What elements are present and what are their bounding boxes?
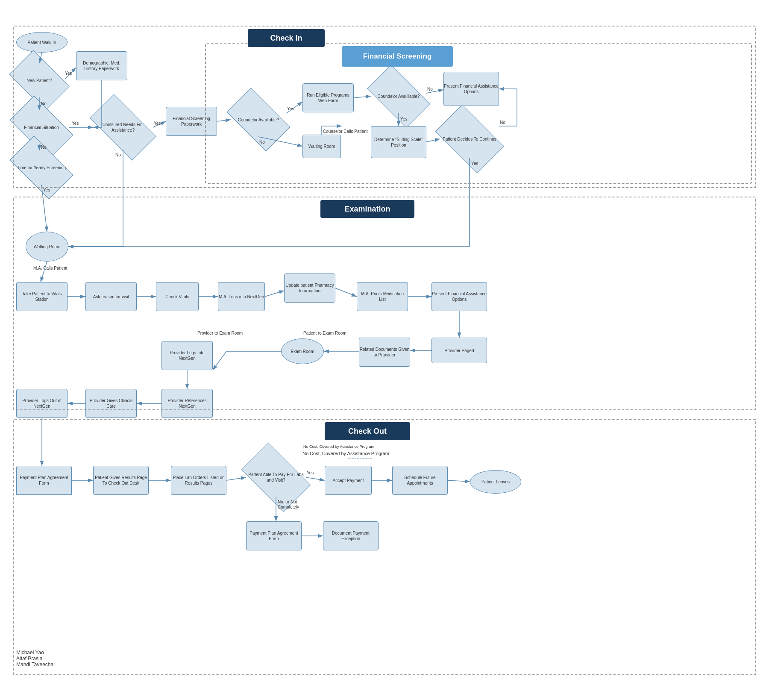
counselor-available2-text: Coundelor Availllable? (376, 92, 422, 101)
patient-gives-text: Patient Gives Results Page To Check Out … (94, 475, 148, 486)
checkin-header: Check In (248, 29, 325, 47)
patient-walkin-text: Patient Walk In (28, 40, 56, 45)
run-eligible-text: Run Eligible Programs Web Form (303, 92, 353, 103)
patient-leaves-text: Patient Leaves (481, 479, 510, 485)
take-patient-text: Take Patient to Vitals Station (17, 291, 67, 302)
uninsured-text: Uninsured Needs Fin. Assistance? (93, 120, 153, 135)
provider-logs-nextgen-text: Provider Logs Into NextGen (162, 350, 212, 361)
waiting-room1-text: Waiting Room (308, 144, 335, 149)
financial-section-border (205, 43, 752, 184)
financial-label: Financial Screening (363, 52, 432, 60)
checkout-header: Check Out (325, 422, 410, 440)
provider-paged-text: Provider Paged (445, 348, 474, 353)
examination-header: Examination (320, 200, 414, 218)
checkout-section-border (13, 419, 756, 675)
financial-screening-paperwork-text: Financial Screening Paperwork (166, 116, 217, 127)
check-vitals-text: Check Vitals (165, 294, 189, 300)
place-lab-text: Place Lab Orders Listed on Results Pages (171, 475, 226, 486)
provider-references-text: Provider References NextGen (162, 398, 212, 409)
accept-payment-text: Accept Payment (333, 478, 364, 483)
financial-header: Financial Screening (342, 46, 453, 67)
patient-decides-text: Patient Decides To Continus (441, 135, 498, 144)
exam-room-text: Exam Room (291, 349, 314, 354)
present-financial-text: Present Financial Assistance Options (444, 83, 499, 94)
examination-section-border (13, 197, 756, 410)
checkout-label: Check Out (348, 427, 387, 435)
patient-able-text: Pattent Able To Pay For Labs and Visit? (246, 470, 306, 485)
diagram-container: Check In Financial Screening Examination… (0, 0, 769, 700)
demographic-text: Demographic, Med. History Paperwork (76, 60, 127, 71)
present-financial2-text: Present Financial Assistance Options (432, 291, 487, 302)
time-yearly-text: Time for Yearly Screening (15, 163, 68, 172)
provider-gives-text: Provider Gives Clinical Care (86, 398, 136, 409)
update-pharmacy-text: Update patient Pharmacy Information (285, 282, 335, 294)
checkin-label: Check In (270, 34, 302, 42)
payment-plan1-text: Payment Plan Agreement Form (17, 475, 71, 486)
ma-prints-text: M.A. Prints Medication List (357, 291, 408, 302)
determine-sliding-text: Determine "Sliding Scale" Position (371, 137, 426, 148)
ask-reason-text: Ask reason for visit (93, 294, 129, 300)
financial-situation-text: Financial Situation (22, 123, 61, 132)
provider-logs-out-text: Provider Logs Out of NextGen (17, 398, 67, 409)
counselor-available1-text: Coundelor Availlable? (236, 115, 281, 124)
waiting-room2-text: Walting Room (34, 244, 60, 250)
ma-logs-text: M.A. Logs into NextGen (219, 294, 264, 300)
related-docs-text: Related Documents Given to Prtovider (359, 347, 410, 358)
schedule-future-text: Schedule Future Appointments (393, 475, 447, 486)
new-patient-text: New Patient? (25, 76, 53, 85)
examination-label: Examination (344, 205, 390, 213)
document-payment-text: Document Payment Exception (323, 530, 378, 541)
payment-plan2-text: Payment Plan Agreement Form (247, 530, 301, 541)
